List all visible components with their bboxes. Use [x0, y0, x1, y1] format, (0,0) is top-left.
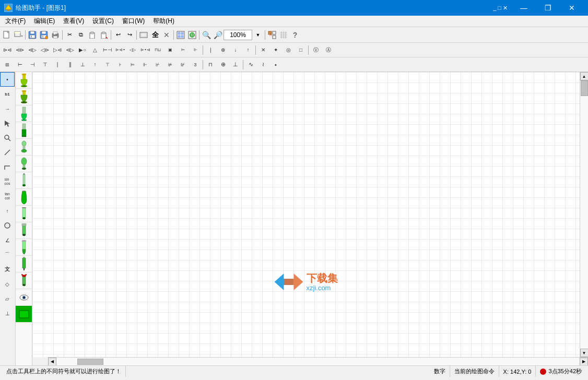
- left-tan-tool[interactable]: tancot: [0, 189, 15, 204]
- menu-file[interactable]: 文件(F): [1, 16, 30, 27]
- sym2-t5[interactable]: ⊬: [151, 58, 164, 71]
- comp-tube-3[interactable]: [16, 206, 32, 222]
- window-controls[interactable]: — ❐ ✕: [512, 0, 584, 16]
- sym2-arr2[interactable]: ⊣: [26, 58, 39, 71]
- left-b1-tool[interactable]: b1: [0, 87, 15, 101]
- sym2-t6[interactable]: ⊭: [164, 58, 177, 71]
- comp-flask-5[interactable]: [16, 139, 32, 156]
- comp-flask-2[interactable]: [16, 89, 32, 105]
- sym2-sel[interactable]: ⊞: [1, 58, 14, 71]
- sym-cross[interactable]: ✕: [257, 44, 269, 56]
- sym2-t1[interactable]: ⊤: [101, 58, 114, 71]
- frame-button[interactable]: [138, 29, 149, 41]
- comp-flask-4[interactable]: [16, 122, 32, 139]
- sym-a-circle[interactable]: Ⓐ: [322, 44, 335, 56]
- open-dropdown-button[interactable]: [13, 29, 24, 41]
- cut-button[interactable]: ✂: [64, 29, 75, 41]
- sym-mux[interactable]: ⊳⊲∘: [114, 44, 126, 56]
- canvas-area[interactable]: 下载集 xzji.com: [32, 72, 580, 357]
- left-up-tool[interactable]: ↑: [0, 204, 15, 218]
- sym-ff[interactable]: ⊳∘⊲: [139, 44, 151, 56]
- sym2-dot2[interactable]: •: [269, 58, 282, 71]
- sym-bus[interactable]: ⊕: [217, 44, 229, 56]
- comp-flask-6[interactable]: [16, 156, 32, 172]
- comp-tube-4[interactable]: [16, 222, 32, 239]
- left-text-tool[interactable]: 文: [0, 262, 15, 277]
- menu-window[interactable]: 窗口(W): [118, 16, 149, 27]
- sym-adc[interactable]: ⊨: [177, 44, 189, 56]
- print-button[interactable]: [50, 29, 61, 41]
- zoom-in-button[interactable]: 🔍: [201, 29, 212, 41]
- grid-toggle-button[interactable]: [278, 29, 289, 41]
- menu-view[interactable]: 查看(V): [59, 16, 88, 27]
- left-parallelogram-tool[interactable]: ▱: [0, 291, 15, 306]
- comp-tube-2[interactable]: [16, 189, 32, 206]
- redo-button[interactable]: ↪: [124, 29, 135, 41]
- sym-and-gate[interactable]: ⊳⊲: [1, 44, 14, 56]
- sym-square[interactable]: □: [295, 44, 307, 56]
- comp-flask-3[interactable]: [16, 105, 32, 122]
- restore-button[interactable]: ❐: [536, 0, 560, 16]
- save-button[interactable]: [27, 29, 38, 41]
- copy-button[interactable]: ⧉: [75, 29, 87, 41]
- left-arc-tool[interactable]: ⌒: [0, 247, 15, 262]
- sym-port[interactable]: ↑: [242, 44, 254, 56]
- sym-demux[interactable]: ◁▷: [126, 44, 139, 56]
- sym-reg[interactable]: ⊓⊔: [151, 44, 164, 56]
- v-scroll-track[interactable]: [580, 80, 589, 349]
- sym2-wave2[interactable]: ≀: [257, 58, 269, 71]
- left-sin-tool[interactable]: sincos: [0, 174, 15, 189]
- h-scroll-track[interactable]: [56, 358, 580, 366]
- full-button[interactable]: 全: [149, 29, 161, 41]
- sym-v-circle[interactable]: Ⓥ: [310, 44, 322, 56]
- zoom-dropdown-button[interactable]: ▼: [252, 29, 264, 41]
- sym2-t8[interactable]: 3: [189, 58, 202, 71]
- grid-view-button[interactable]: [175, 29, 186, 41]
- undo-button[interactable]: ↩: [112, 29, 124, 41]
- sym2-arr1[interactable]: ⊢: [14, 58, 26, 71]
- left-arrow-tool[interactable]: →: [0, 101, 15, 116]
- sym2-node[interactable]: ⊕: [217, 58, 229, 71]
- menu-help[interactable]: 帮助(H): [149, 16, 179, 27]
- scroll-right-button[interactable]: ▶: [580, 358, 588, 366]
- comp-tube-6[interactable]: [16, 256, 32, 272]
- symbol-view-button[interactable]: [186, 29, 198, 41]
- left-line-tool[interactable]: [0, 145, 15, 160]
- left-mag-tool[interactable]: [0, 130, 15, 145]
- left-circle-tool[interactable]: [0, 218, 15, 233]
- scroll-down-button[interactable]: ▼: [580, 349, 589, 357]
- sym2-line2[interactable]: ‖: [64, 58, 76, 71]
- save2-button[interactable]: [38, 29, 50, 41]
- paste-button[interactable]: [87, 29, 98, 41]
- sym-dac[interactable]: ⊩: [189, 44, 202, 56]
- sym2-wave1[interactable]: ∿: [244, 58, 257, 71]
- sym-mem[interactable]: ▣: [164, 44, 177, 56]
- left-corner-tool[interactable]: [0, 160, 15, 174]
- component-lib-button[interactable]: 人: [266, 29, 278, 41]
- help-button[interactable]: ?: [289, 29, 301, 41]
- sym-schmitt[interactable]: ⊢⊣: [101, 44, 114, 56]
- comp-tube-1[interactable]: [16, 172, 32, 189]
- sym2-t2[interactable]: ⊦: [114, 58, 126, 71]
- sym-nand-gate[interactable]: ⊲⊳: [14, 44, 26, 56]
- v-scroll-thumb[interactable]: [581, 80, 588, 96]
- cross-button[interactable]: ✕: [161, 29, 172, 41]
- sym2-t7[interactable]: ⊮: [177, 58, 189, 71]
- sym2-gnd[interactable]: ⊥: [229, 58, 242, 71]
- close-button[interactable]: ✕: [560, 0, 584, 16]
- sym-not-gate[interactable]: ▶○: [76, 44, 89, 56]
- sym2-t4[interactable]: ⊩: [139, 58, 151, 71]
- menu-settings[interactable]: 设置(C): [88, 16, 118, 27]
- comp-tube-5[interactable]: [16, 239, 32, 256]
- left-perp-tool[interactable]: ⊥: [0, 306, 15, 320]
- scroll-left-button[interactable]: ◀: [48, 358, 56, 366]
- left-select-tool[interactable]: •: [0, 72, 15, 87]
- sym-tri-gate[interactable]: △: [89, 44, 101, 56]
- scroll-up-button[interactable]: ▲: [580, 72, 589, 80]
- sym-wire[interactable]: ∣: [204, 44, 217, 56]
- sym-xor-gate[interactable]: ⊲▷: [64, 44, 76, 56]
- h-scroll-thumb[interactable]: [77, 359, 103, 365]
- sym2-arr4[interactable]: ↑: [89, 58, 101, 71]
- comp-item-green-rect[interactable]: [16, 306, 32, 323]
- sym2-t3[interactable]: ⊨: [126, 58, 139, 71]
